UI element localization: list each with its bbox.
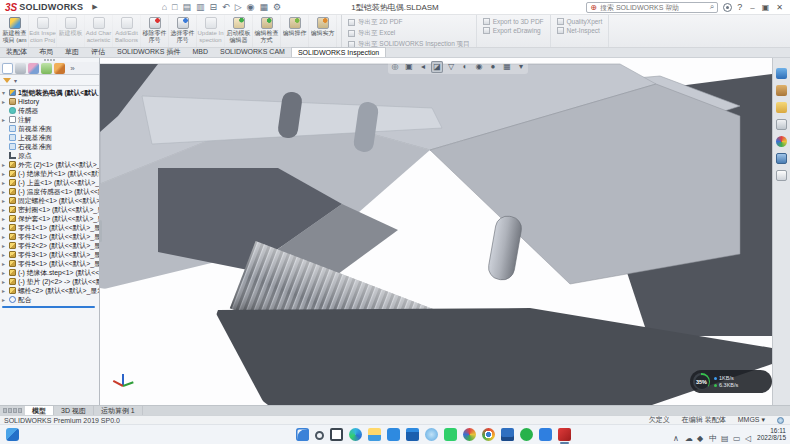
tree-filter-bar[interactable]: ▾ xyxy=(0,75,99,86)
ribbon-button[interactable]: 新建检查项目 (amp;N) xyxy=(1,15,29,47)
feature-tree-item[interactable]: ▸ 外壳 (2)<1> (默认<<默认>_显示状 xyxy=(0,160,99,169)
feature-tree-item[interactable]: ▸ 配合 xyxy=(0,295,99,304)
zoom-area-icon[interactable]: ▣ xyxy=(403,61,415,73)
tray-expand-icon[interactable]: ∧ xyxy=(673,431,680,438)
ribbon-button[interactable]: Add/Edit Balloons xyxy=(113,15,141,47)
feature-tree-item[interactable]: ▸ 密封圈<1> (默认<<默认>_显示状 xyxy=(0,205,99,214)
task-view-icon[interactable] xyxy=(330,428,343,441)
taskbar-clock[interactable]: 16:11 2022/8/15 xyxy=(757,427,786,441)
open-icon[interactable]: ▤ xyxy=(183,1,192,14)
export-menu-item[interactable]: QualityXpert xyxy=(557,18,603,25)
wps-icon[interactable] xyxy=(539,428,552,441)
expand-arrow-icon[interactable]: ▸ xyxy=(2,161,7,168)
tp-explorer-icon[interactable] xyxy=(776,102,787,113)
export-menu-item[interactable]: Export to 3D PDF xyxy=(483,18,544,25)
feature-tree-item[interactable]: ▸ 固定螺栓<1> (默认<<默认>_显示 xyxy=(0,196,99,205)
menu-flyout-arrow-icon[interactable]: ▶ xyxy=(92,3,97,11)
start-icon[interactable] xyxy=(296,428,309,441)
expand-arrow-icon[interactable]: ▸ xyxy=(2,179,7,186)
home-icon[interactable]: ⌂ xyxy=(162,1,167,14)
configurationmanager-icon[interactable] xyxy=(28,63,39,74)
section-view-icon[interactable]: ◪ xyxy=(431,61,443,73)
search-icon[interactable]: ⌕ xyxy=(710,2,714,12)
tp-scene-icon[interactable] xyxy=(776,153,787,164)
feature-tree-item[interactable]: ▸ (-) 绝缘体.step<1> (默认<<默认> xyxy=(0,268,99,277)
export-menu-item[interactable]: 导出至 Excel xyxy=(348,29,470,38)
tp-home-icon[interactable] xyxy=(776,68,787,79)
volume-icon[interactable]: ◁ xyxy=(745,431,752,438)
print-icon[interactable]: ⊟ xyxy=(210,1,218,14)
expand-arrow-icon[interactable]: ▸ xyxy=(2,188,7,195)
onedrive-icon[interactable]: ☁ xyxy=(685,431,692,438)
feature-tree-item[interactable]: ▸ 零件3<1> (默认<<默认>_显示状态 xyxy=(0,250,99,259)
displaymanager-icon[interactable] xyxy=(54,63,65,74)
ribbon-button[interactable]: 编辑实方 xyxy=(309,15,337,47)
expand-arrow-icon[interactable]: ▸ xyxy=(2,233,7,240)
chrome-icon[interactable] xyxy=(482,428,495,441)
previous-view-icon[interactable]: ◂ xyxy=(417,61,429,73)
feature-tree-item[interactable]: 上视基准面 xyxy=(0,133,99,142)
ribbon-button[interactable]: Add Characteristic xyxy=(85,15,113,47)
widgets-icon[interactable] xyxy=(6,428,19,441)
feature-tree-item[interactable]: ▸ 零件5<1> (默认<<默认>_显示状态 xyxy=(0,259,99,268)
model-tab[interactable]: 3D 视图 xyxy=(54,406,94,415)
command-tab[interactable]: SOLIDWORKS Inspection xyxy=(291,47,386,57)
command-tab[interactable]: SOLIDWORKS CAM xyxy=(214,47,291,57)
expand-arrow-icon[interactable]: ▸ xyxy=(2,260,7,267)
display-cast-icon[interactable]: ▭ xyxy=(733,431,740,438)
command-tab[interactable]: MBD xyxy=(186,47,214,57)
command-tab[interactable]: 草图 xyxy=(59,47,85,57)
expand-arrow-icon[interactable]: ▸ xyxy=(2,197,7,204)
cloud-app-icon[interactable] xyxy=(425,428,438,441)
export-menu-item[interactable]: Export eDrawing xyxy=(483,27,544,34)
filter-caret-icon[interactable]: ▾ xyxy=(14,77,17,84)
restore-icon[interactable]: ▣ xyxy=(762,3,770,12)
browser-360-icon[interactable] xyxy=(463,428,476,441)
user-account-icon[interactable] xyxy=(723,3,732,12)
feature-tree-item[interactable]: ▸ (-) 温度传感器<1> (默认<<默认>_ xyxy=(0,187,99,196)
mail-icon[interactable] xyxy=(387,428,400,441)
search-icon[interactable] xyxy=(315,431,324,440)
expand-arrow-icon[interactable]: ▸ xyxy=(2,251,7,258)
minimize-icon[interactable]: – xyxy=(750,3,754,12)
expand-arrow-icon[interactable]: ▸ xyxy=(2,170,7,177)
ribbon-button[interactable]: 编辑检查方式 xyxy=(253,15,281,47)
export-menu-item[interactable]: Net-Inspect xyxy=(557,27,603,34)
expand-arrow-icon[interactable]: ▸ xyxy=(2,116,7,123)
close-icon[interactable]: ✕ xyxy=(776,3,783,12)
ribbon-button[interactable]: 新建模板 xyxy=(57,15,85,47)
undo-icon[interactable]: ↶ xyxy=(222,1,230,14)
feature-tree-item[interactable]: 传感器 xyxy=(0,106,99,115)
sunlogin-icon[interactable] xyxy=(520,428,533,441)
propertymanager-icon[interactable] xyxy=(15,63,26,74)
search-input[interactable] xyxy=(600,4,707,11)
command-tab[interactable]: 装配体 xyxy=(0,47,33,57)
dimxpertmanager-icon[interactable] xyxy=(41,63,52,74)
feature-tree-item[interactable]: 前视基准面 xyxy=(0,124,99,133)
help-icon[interactable]: ? xyxy=(737,2,742,12)
edit-appearance-icon[interactable]: ● xyxy=(487,61,499,73)
ribbon-button[interactable]: 移除零件序号 xyxy=(141,15,169,47)
expand-arrow-icon[interactable]: ▸ xyxy=(2,242,7,249)
save-icon[interactable]: ▥ xyxy=(196,1,205,14)
feature-tree-item[interactable]: ▸ (-) 绝缘垫片<1> (默认<<默认>_显 xyxy=(0,169,99,178)
ribbon-button[interactable]: 选择零件序号 xyxy=(169,15,197,47)
expand-arrow-icon[interactable]: ▸ xyxy=(2,269,7,276)
feature-tree-item[interactable]: ▸ 零件2<1> (默认<<默认>_显示状态 xyxy=(0,232,99,241)
model-tab[interactable]: 运动算例 1 xyxy=(94,406,143,415)
view-settings-icon[interactable]: ▾ xyxy=(515,61,527,73)
expand-arrow-icon[interactable]: ▸ xyxy=(2,224,7,231)
display-style-icon[interactable]: ◐ xyxy=(459,61,471,73)
feature-tree-item[interactable]: ▸ 零件2<2> (默认<<默认>_显示状态 xyxy=(0,241,99,250)
tp-library-icon[interactable] xyxy=(776,85,787,96)
apply-scene-icon[interactable]: ▦ xyxy=(501,61,513,73)
ribbon-button[interactable]: 启动模板编辑器 xyxy=(225,15,253,47)
expand-arrow-icon[interactable]: ▸ xyxy=(2,206,7,213)
hide-show-items-icon[interactable]: ◉ xyxy=(473,61,485,73)
command-tab[interactable]: 评估 xyxy=(85,47,111,57)
feature-tree-item[interactable]: ▾ 1型铠装热电偶 (默认<默认_显示状态-1 xyxy=(0,88,99,97)
network-speed-widget[interactable]: 35% 1KB/s 6.3KB/s xyxy=(690,370,772,393)
expand-arrow-icon[interactable]: ▸ xyxy=(2,287,7,294)
expand-arrow-icon[interactable]: ▸ xyxy=(2,278,7,285)
feature-tree-item[interactable]: 右视基准面 xyxy=(0,142,99,151)
